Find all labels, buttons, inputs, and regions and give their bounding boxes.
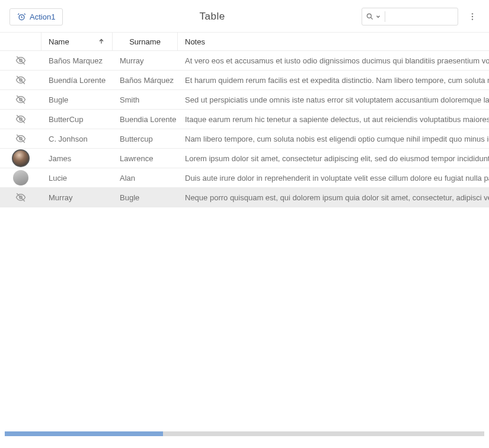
col-notes-label: Notes [185,37,205,46]
table-row[interactable]: LucieAlanDuis aute irure dolor in repreh… [0,168,489,188]
cell-name: C. Jonhson [41,135,113,143]
cell-name: ButterCup [41,115,113,124]
svg-point-2 [472,13,473,14]
avatar-cell [0,55,41,66]
avatar-cell [0,192,41,203]
no-avatar-icon [15,114,26,124]
table-row[interactable]: BugleSmithSed ut perspiciatis unde omnis… [0,90,489,110]
cell-notes: Duis aute irure dolor in reprehenderit i… [178,174,489,183]
more-options-button[interactable] [465,9,480,24]
col-avatar[interactable] [0,33,41,50]
scrollbar-track [163,431,484,436]
svg-point-1 [367,14,371,18]
avatar [12,149,30,167]
table-row[interactable]: JamesLawrenceLorem ipsum dolor sit amet,… [0,149,489,168]
cell-surname: Buttercup [113,135,178,143]
avatar [13,170,28,185]
cell-notes: Lorem ipsum dolor sit amet, consectetur … [178,154,489,163]
horizontal-scrollbar[interactable] [5,431,484,436]
avatar-cell [0,170,41,185]
cell-notes: Nam libero tempore, cum soluta nobis est… [178,135,489,143]
cell-surname: Murray [113,56,178,65]
chevron-down-icon[interactable] [375,14,381,20]
search-box[interactable] [362,8,458,25]
avatar-cell [0,133,41,144]
col-surname-label: Surname [129,37,161,46]
table-row[interactable]: Buendía LorenteBaños MárquezEt harum qui… [0,71,489,90]
table-row[interactable]: ButterCupBuendia LorenteItaque earum rer… [0,110,489,129]
avatar-cell [0,94,41,105]
cell-surname: Buendia Lorente [113,115,178,124]
avatar-cell [0,114,41,124]
cell-name: Murray [41,193,113,202]
cell-notes: Sed ut perspiciatis unde omnis iste natu… [178,95,489,104]
no-avatar-icon [15,192,26,203]
cell-notes: Neque porro quisquam est, qui dolorem ip… [178,193,489,202]
col-surname[interactable]: Surname [113,33,178,50]
svg-point-4 [472,18,473,20]
separator [385,11,385,22]
cell-surname: Baños Márquez [113,76,178,85]
no-avatar-icon [15,55,26,66]
table-header: Name Surname Notes [0,33,489,51]
avatar-cell [0,149,41,167]
no-avatar-icon [15,133,26,144]
cell-notes: Et harum quidem rerum facilis est et exp… [178,76,489,85]
cell-surname: Alan [113,174,178,183]
cell-surname: Smith [113,95,178,104]
cell-surname: Lawrence [113,154,178,163]
col-notes[interactable]: Notes [178,33,489,50]
alarm-clock-icon [17,12,26,21]
cell-name: Buendía Lorente [41,76,113,85]
col-name[interactable]: Name [41,33,113,50]
cell-notes: At vero eos et accusamus et iusto odio d… [178,56,489,65]
action1-label: Action1 [30,12,55,21]
page-title: Table [63,11,362,23]
no-avatar-icon [15,94,26,105]
cell-name: Bugle [41,95,113,104]
cell-surname: Bugle [113,193,178,202]
svg-point-3 [472,16,473,17]
data-table: Name Surname Notes Baños MarquezMurrayAt… [0,32,489,207]
action1-button[interactable]: Action1 [9,8,63,25]
avatar-cell [0,75,41,85]
search-input[interactable] [389,12,458,22]
sort-asc-icon [98,38,105,45]
table-row[interactable]: Baños MarquezMurrayAt vero eos et accusa… [0,51,489,71]
col-name-label: Name [49,37,69,46]
cell-name: Lucie [41,174,113,183]
table-row[interactable]: MurrayBugleNeque porro quisquam est, qui… [0,188,489,207]
table-row[interactable]: C. JonhsonButtercupNam libero tempore, c… [0,129,489,149]
scrollbar-thumb[interactable] [5,431,163,436]
search-icon [366,12,374,21]
no-avatar-icon [15,75,26,85]
cell-name: Baños Marquez [41,56,113,65]
cell-notes: Itaque earum rerum hic tenetur a sapient… [178,115,489,124]
cell-name: James [41,154,113,163]
